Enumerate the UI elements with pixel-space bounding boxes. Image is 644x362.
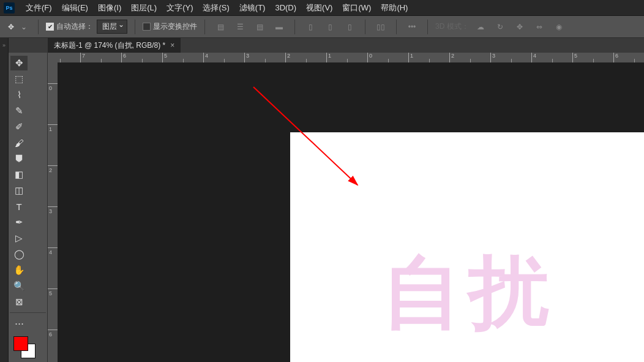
options-bar: ✥ ⌄ ✔ 自动选择： 图层 显示变换控件 ▤ ☰ ▤ ▬ ▯ ▯ ▯ ▯▯ •… [0,16,644,38]
separator [427,20,428,34]
ruler-tick: 3 [48,206,58,247]
main-area: ✥ ⬚ ⌇ ✎ ✐ 🖌 ⛊ ◧ ◫ T ✒ ▷ ◯ ✋ 🔍 ⊠ ⋯ ◻ ◫ 87… [0,53,644,362]
app-logo: Ps [4,2,15,13]
ruler-tick: 0 [367,53,408,62]
collapsed-panel-strip[interactable] [0,53,9,362]
3d-mode-label: 3D 模式： [435,21,469,32]
ruler-tick: 6 [613,53,644,62]
ruler-tick: 2 [48,165,58,206]
tools-panel: ✥ ⬚ ⌇ ✎ ✐ 🖌 ⛊ ◧ ◫ T ✒ ▷ ◯ ✋ 🔍 ⊠ ⋯ ◻ ◫ [9,53,48,362]
brush-tool[interactable]: 🖌 [10,135,28,150]
edit-toolbar-button[interactable]: ⋯ [10,316,28,331]
tab-bar-gap [9,38,48,53]
align-vertical-top-button[interactable]: ▯ [302,19,318,35]
lasso-tool[interactable]: ⌇ [10,88,28,102]
3d-pan-icon[interactable]: ✥ [512,19,528,35]
3d-orbit-icon[interactable]: ☁ [473,19,489,35]
menu-bar: Ps 文件(F) 编辑(E) 图像(I) 图层(L) 文字(Y) 选择(S) 滤… [0,0,644,16]
separator [294,20,295,34]
color-swatches[interactable] [10,335,46,360]
close-tab-button[interactable]: × [170,41,174,50]
document-tab-bar: 未标题-1 @ 174% (自扰, RGB/8) * × [48,38,644,53]
ruler-tick: 7 [80,53,121,62]
eyedropper-tool[interactable]: ✐ [10,119,28,134]
auto-select-target-dropdown[interactable]: 图层 [97,20,127,34]
ruler-tick: 6 [48,330,58,362]
3d-rotate-icon[interactable]: ↻ [492,19,508,35]
document-tab[interactable]: 未标题-1 @ 174% (自扰, RGB/8) * × [48,38,181,53]
ruler-tick: 1 [326,53,367,62]
menu-file[interactable]: 文件(F) [21,0,57,15]
type-tool[interactable]: T [10,199,28,214]
auto-select-label: 自动选择： [56,21,93,32]
align-right-edges-button[interactable]: ▤ [252,19,268,35]
checkbox-off-icon [143,23,151,31]
ruler-tick: 3 [490,53,531,62]
artboard-tool[interactable]: ⊠ [10,295,28,309]
canvas-text-layer[interactable]: 自扰 [382,239,556,347]
tab-bar-row: » 未标题-1 @ 174% (自扰, RGB/8) * × [0,38,644,53]
gradient-tool[interactable]: ◫ [10,183,28,198]
horizontal-ruler[interactable]: 8765432101234567891011 [48,53,644,62]
distribute-horizontal-button[interactable]: ▯▯ [373,19,389,35]
ruler-tick: 1 [48,124,58,165]
menu-3d[interactable]: 3D(D) [270,0,301,15]
ruler-tick: 5 [162,53,203,62]
ruler-tick: 4 [48,247,58,288]
separator [365,20,365,34]
quick-select-tool[interactable]: ✎ [10,104,28,118]
3d-slide-icon[interactable]: ⇔ [531,19,547,35]
marquee-tool[interactable]: ⬚ [10,72,28,86]
menu-edit[interactable]: 编辑(E) [57,0,93,15]
document-canvas[interactable]: 自扰 [290,132,644,362]
menu-select[interactable]: 选择(S) [198,0,234,15]
menu-help[interactable]: 帮助(H) [376,0,413,15]
foreground-color-swatch[interactable] [13,336,28,351]
zoom-tool[interactable]: 🔍 [10,279,28,293]
separator [38,20,39,34]
ruler-tick: 5 [572,53,613,62]
ruler-origin[interactable] [48,53,58,62]
ellipse-tool[interactable]: ◯ [10,247,28,262]
align-vertical-bottom-button[interactable]: ▯ [342,19,358,35]
menu-image[interactable]: 图像(I) [93,0,126,15]
document-tab-title: 未标题-1 @ 174% (自扰, RGB/8) * [54,40,165,51]
stamp-tool[interactable]: ⛊ [10,151,28,166]
3d-scale-icon[interactable]: ◉ [551,19,567,35]
ruler-tick: 2 [449,53,490,62]
move-tool-icon: ✥ [5,21,17,33]
align-left-edges-button[interactable]: ▤ [212,19,228,35]
menu-filter[interactable]: 滤镜(T) [234,0,271,15]
ruler-tick: 4 [203,53,244,62]
panel-collapse-chevron[interactable]: » [0,38,9,53]
ruler-tick: 1 [408,53,449,62]
path-select-tool[interactable]: ▷ [10,231,28,246]
ruler-tick: 2 [285,53,326,62]
tool-preset-dropdown[interactable]: ⌄ [21,23,31,31]
hand-tool[interactable]: ✋ [10,263,28,277]
align-top-edges-button[interactable]: ▬ [271,19,287,35]
more-options-button[interactable]: ••• [404,19,420,35]
show-transform-checkbox[interactable]: 显示变换控件 [143,21,197,32]
align-vertical-center-button[interactable]: ▯ [322,19,338,35]
ruler-tick: 3 [244,53,285,62]
menu-type[interactable]: 文字(Y) [162,0,198,15]
ruler-tick: 5 [48,288,58,330]
menu-view[interactable]: 视图(V) [301,0,337,15]
vertical-ruler[interactable]: 01234567 [48,62,58,362]
separator [135,20,135,34]
align-horizontal-centers-button[interactable]: ☰ [232,19,248,35]
auto-select-checkbox[interactable]: ✔ 自动选择： [46,21,93,32]
menu-layer[interactable]: 图层(L) [126,0,162,15]
eraser-tool[interactable]: ◧ [10,167,28,182]
tool-separator [10,312,46,313]
workspace[interactable]: 自扰 [58,62,644,362]
separator [396,20,397,34]
checkbox-on-icon: ✔ [46,23,54,31]
show-transform-label: 显示变换控件 [153,21,197,32]
canvas-area: 8765432101234567891011 01234567 自扰 [48,53,644,362]
ruler-tick: 0 [48,83,58,124]
menu-window[interactable]: 窗口(W) [337,0,376,15]
move-tool[interactable]: ✥ [10,56,28,70]
pen-tool[interactable]: ✒ [10,215,28,230]
